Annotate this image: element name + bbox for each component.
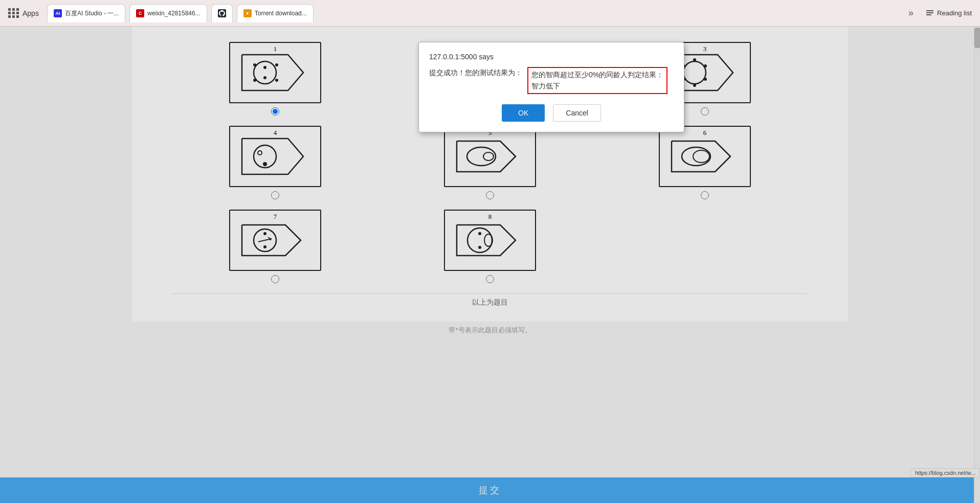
apps-grid-icon [8, 8, 19, 18]
dialog-buttons: OK Cancel [429, 104, 674, 122]
tab-label-baidu: 百度AI Studio - 一... [65, 9, 119, 18]
tab-favicon-baidu: AI [54, 9, 62, 17]
reading-list-button[interactable]: Reading list [922, 7, 976, 19]
dialog-message-left: 提交成功！您的测试结果为： [429, 67, 522, 78]
tab-more-button[interactable]: » [904, 8, 918, 18]
apps-button[interactable]: Apps [4, 6, 43, 20]
dialog-body: 提交成功！您的测试结果为： 您的智商超过至少0%的同龄人判定结果：智力低下 [429, 67, 674, 94]
browser-bar: Apps AI 百度AI Studio - 一... C weixin_4281… [0, 0, 980, 27]
tab-github[interactable] [211, 4, 233, 22]
reading-list-icon [926, 9, 934, 17]
tab-favicon-csdn: C [136, 9, 144, 17]
tab-csdn[interactable]: C weixin_42815846... [129, 4, 207, 22]
tab-torrent[interactable]: ▼ Torrent download... [237, 4, 314, 22]
dialog-message-highlighted: 您的智商超过至少0%的同龄人判定结果：智力低下 [527, 67, 667, 94]
tab-favicon-github [218, 9, 226, 17]
dialog-cancel-button[interactable]: Cancel [553, 104, 601, 122]
dialog-box: 127.0.0.1:5000 says 提交成功！您的测试结果为： 您的智商超过… [418, 42, 684, 132]
reading-list-label: Reading list [937, 9, 972, 17]
tab-label-csdn: weixin_42815846... [147, 10, 200, 17]
svg-rect-1 [926, 12, 933, 13]
tab-baidu[interactable]: AI 百度AI Studio - 一... [47, 4, 125, 22]
tab-favicon-torrent: ▼ [243, 9, 252, 17]
dialog-submit-success: 提交成功！您的测试结果为： [429, 68, 522, 77]
tab-label-torrent: Torrent download... [255, 10, 307, 17]
svg-rect-0 [926, 10, 933, 11]
dialog-ok-button[interactable]: OK [502, 104, 545, 122]
apps-label: Apps [23, 9, 39, 17]
svg-rect-2 [926, 14, 931, 15]
dialog-overlay: 127.0.0.1:5000 says 提交成功！您的测试结果为： 您的智商超过… [0, 27, 980, 503]
dialog-title: 127.0.0.1:5000 says [429, 53, 674, 61]
